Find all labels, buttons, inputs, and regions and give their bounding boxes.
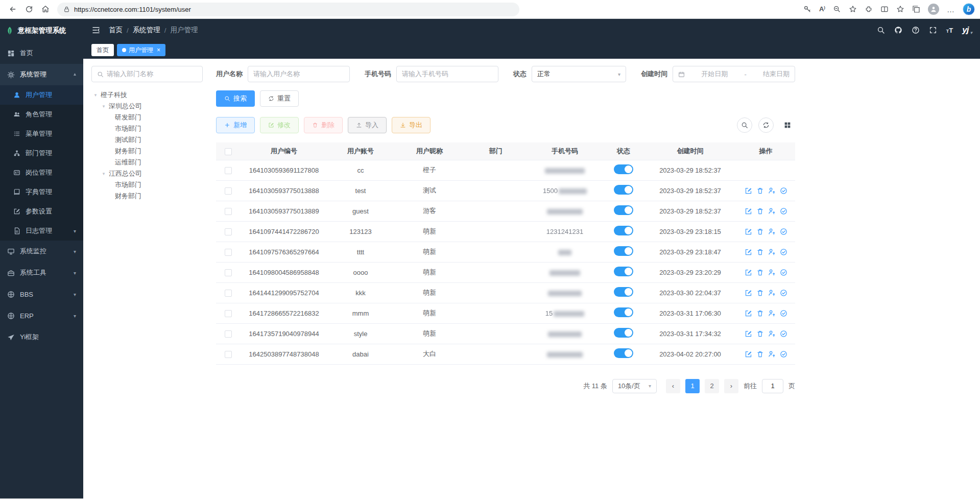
column-settings-button[interactable] (780, 117, 795, 133)
status-toggle[interactable] (614, 267, 633, 276)
read-aloud-icon[interactable]: A) (819, 5, 825, 13)
sidebar-item-erp[interactable]: ERP ▾ (0, 305, 83, 326)
dept-search-input[interactable]: 请输入部门名称 (91, 66, 203, 82)
assign-role-icon[interactable] (780, 207, 787, 215)
caret-down-icon[interactable]: ▾ (101, 104, 107, 109)
caret-down-icon[interactable]: ▾ (92, 92, 99, 98)
row-checkbox[interactable] (225, 330, 232, 338)
prev-page-button[interactable]: ‹ (666, 379, 680, 393)
delete-row-icon[interactable] (756, 289, 764, 297)
edit-button[interactable]: 修改 (260, 117, 299, 133)
status-toggle[interactable] (614, 307, 633, 317)
row-checkbox[interactable] (225, 228, 232, 235)
tree-node[interactable]: 测试部门 (91, 134, 203, 146)
next-page-button[interactable]: › (724, 379, 738, 393)
status-toggle[interactable] (614, 348, 633, 358)
delete-button[interactable]: 删除 (304, 117, 343, 133)
row-checkbox[interactable] (225, 187, 232, 195)
sidebar-item-menu-management[interactable]: 菜单管理 (0, 124, 83, 144)
edit-row-icon[interactable] (745, 350, 752, 358)
delete-row-icon[interactable] (756, 248, 764, 256)
reset-password-icon[interactable] (768, 269, 776, 276)
assign-role-icon[interactable] (780, 269, 787, 276)
edit-row-icon[interactable] (745, 187, 752, 195)
reset-password-icon[interactable] (768, 207, 776, 215)
delete-row-icon[interactable] (756, 207, 764, 215)
username-input[interactable]: 请输入用户名称 (248, 66, 350, 82)
date-range-picker[interactable]: 开始日期 - 结束日期 (673, 66, 795, 82)
key-icon[interactable] (803, 5, 811, 13)
row-checkbox[interactable] (225, 290, 232, 297)
delete-row-icon[interactable] (756, 187, 764, 195)
add-button[interactable]: 新增 (216, 117, 255, 133)
collections-icon[interactable] (912, 5, 920, 13)
reset-password-icon[interactable] (768, 310, 776, 317)
status-toggle[interactable] (614, 328, 633, 338)
export-button[interactable]: 导出 (392, 117, 431, 133)
tree-node[interactable]: 财务部门 (91, 146, 203, 157)
page-button-2[interactable]: 2 (705, 379, 719, 393)
tree-node[interactable]: 市场部门 (91, 179, 203, 191)
assign-role-icon[interactable] (780, 228, 787, 235)
tree-node[interactable]: ▾橙子科技 (91, 89, 203, 101)
reset-password-icon[interactable] (768, 330, 776, 338)
assign-role-icon[interactable] (780, 350, 787, 358)
browser-profile-avatar[interactable] (928, 4, 939, 15)
breadcrumb-home[interactable]: 首页 (109, 26, 123, 35)
reset-button[interactable]: 重置 (260, 90, 299, 107)
reset-password-icon[interactable] (768, 289, 776, 297)
app-logo[interactable]: 意框架管理系统 (0, 19, 83, 42)
edit-row-icon[interactable] (745, 269, 752, 276)
assign-role-icon[interactable] (780, 310, 787, 317)
tree-node[interactable]: 市场部门 (91, 123, 203, 134)
back-button[interactable] (5, 2, 20, 17)
close-tab-icon[interactable]: × (157, 46, 160, 54)
status-toggle[interactable] (614, 205, 633, 215)
edit-row-icon[interactable] (745, 207, 752, 215)
edit-row-icon[interactable] (745, 310, 752, 317)
tab-user-management[interactable]: 用户管理 × (117, 44, 165, 56)
tree-node[interactable]: ▾江西总公司 (91, 168, 203, 179)
sidebar-item-user-management[interactable]: 用户管理 (0, 85, 83, 105)
edit-row-icon[interactable] (745, 248, 752, 256)
menu-collapse-icon[interactable] (91, 26, 101, 35)
breadcrumb-system[interactable]: 系统管理 (133, 26, 160, 35)
sidebar-item-system[interactable]: 系统管理 ▾ (0, 64, 83, 85)
delete-row-icon[interactable] (756, 269, 764, 276)
row-checkbox[interactable] (225, 269, 232, 276)
tree-node[interactable]: ▾深圳总公司 (91, 101, 203, 112)
copilot-icon[interactable]: b (963, 3, 975, 15)
caret-down-icon[interactable]: ▾ (101, 171, 107, 176)
split-screen-icon[interactable] (880, 5, 889, 13)
fullscreen-icon[interactable] (929, 26, 937, 34)
import-button[interactable]: 导入 (348, 117, 387, 133)
extensions-icon[interactable] (865, 5, 873, 13)
tab-home[interactable]: 首页 (91, 44, 114, 56)
tree-node[interactable]: 研发部门 (91, 112, 203, 123)
assign-role-icon[interactable] (780, 248, 787, 256)
sidebar-item-log-management[interactable]: 日志管理 ▾ (0, 221, 83, 241)
reset-password-icon[interactable] (768, 350, 776, 358)
sidebar-item-role-management[interactable]: 角色管理 (0, 105, 83, 124)
sidebar-item-monitor[interactable]: 系统监控 ▾ (0, 241, 83, 262)
toggle-search-button[interactable] (737, 117, 752, 133)
assign-role-icon[interactable] (780, 187, 787, 195)
edit-row-icon[interactable] (745, 330, 752, 338)
status-toggle[interactable] (614, 226, 633, 235)
address-bar[interactable]: https://ccnetcore.com:1101/system/user (57, 3, 519, 16)
favorites-bar-icon[interactable] (896, 5, 904, 13)
row-checkbox[interactable] (225, 310, 232, 317)
favorites-add-icon[interactable] (849, 5, 857, 13)
select-all-checkbox[interactable] (225, 148, 232, 155)
assign-role-icon[interactable] (780, 330, 787, 338)
browser-home-button[interactable] (38, 2, 53, 17)
github-icon[interactable] (894, 26, 902, 34)
reset-password-icon[interactable] (768, 248, 776, 256)
more-icon[interactable]: … (947, 5, 955, 14)
status-toggle[interactable] (614, 246, 633, 256)
sidebar-item-dict-management[interactable]: 字典管理 (0, 182, 83, 202)
sidebar-item-dept-management[interactable]: 部门管理 (0, 144, 83, 163)
refresh-button[interactable] (21, 2, 37, 17)
sidebar-item-param-settings[interactable]: 参数设置 (0, 202, 83, 221)
row-checkbox[interactable] (225, 351, 232, 358)
